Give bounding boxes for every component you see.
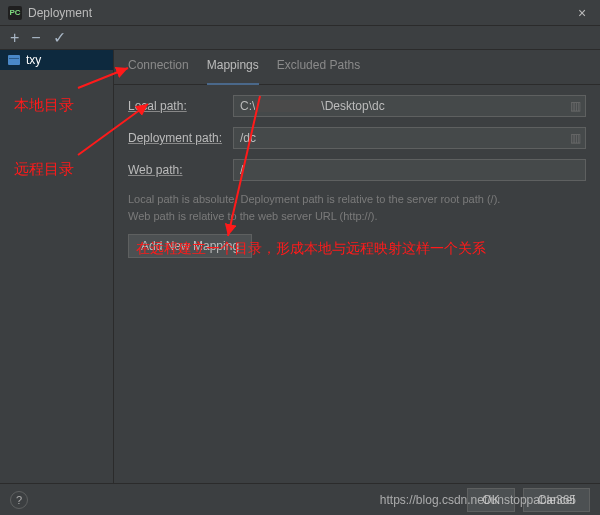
web-path-label: Web path: xyxy=(128,163,233,177)
deployment-path-input[interactable]: /dc ▥ xyxy=(233,127,586,149)
cancel-button[interactable]: Cancel xyxy=(523,488,590,512)
deployment-path-value: /dc xyxy=(240,131,256,145)
dialog-footer: ? OK Cancel xyxy=(0,483,600,515)
tab-connection[interactable]: Connection xyxy=(128,58,189,78)
sidebar-item-txy[interactable]: txy xyxy=(0,50,113,70)
server-list: txy xyxy=(0,50,114,483)
add-new-mapping-button[interactable]: Add New Mapping xyxy=(128,234,252,258)
sidebar-item-label: txy xyxy=(26,53,41,67)
local-path-suffix: \Desktop\dc xyxy=(321,99,384,113)
web-path-value: / xyxy=(240,163,243,177)
server-icon xyxy=(8,55,20,65)
browse-folder-icon[interactable]: ▥ xyxy=(570,131,581,145)
pycharm-icon: PC xyxy=(8,6,22,20)
help-button[interactable]: ? xyxy=(10,491,28,509)
redacted-segment xyxy=(255,100,321,112)
add-server-icon[interactable]: + xyxy=(10,30,19,46)
local-path-prefix: C:\ xyxy=(240,99,255,113)
titlebar: PC Deployment × xyxy=(0,0,600,26)
deployment-path-label: Deployment path: xyxy=(128,131,233,145)
browse-folder-icon[interactable]: ▥ xyxy=(570,99,581,113)
tabs: Connection Mappings Excluded Paths xyxy=(114,50,600,85)
help-text: Local path is absolute. Deployment path … xyxy=(128,191,586,224)
window-title: Deployment xyxy=(28,6,92,20)
close-icon[interactable]: × xyxy=(572,5,592,21)
set-default-icon[interactable]: ✓ xyxy=(53,30,66,46)
tab-mappings[interactable]: Mappings xyxy=(207,58,259,85)
local-path-label: Local path: xyxy=(128,99,233,113)
toolbar: + − ✓ xyxy=(0,26,600,50)
ok-button[interactable]: OK xyxy=(467,488,514,512)
remove-server-icon[interactable]: − xyxy=(31,30,40,46)
web-path-input[interactable]: / xyxy=(233,159,586,181)
tab-excluded-paths[interactable]: Excluded Paths xyxy=(277,58,360,78)
local-path-input[interactable]: C:\\Desktop\dc ▥ xyxy=(233,95,586,117)
